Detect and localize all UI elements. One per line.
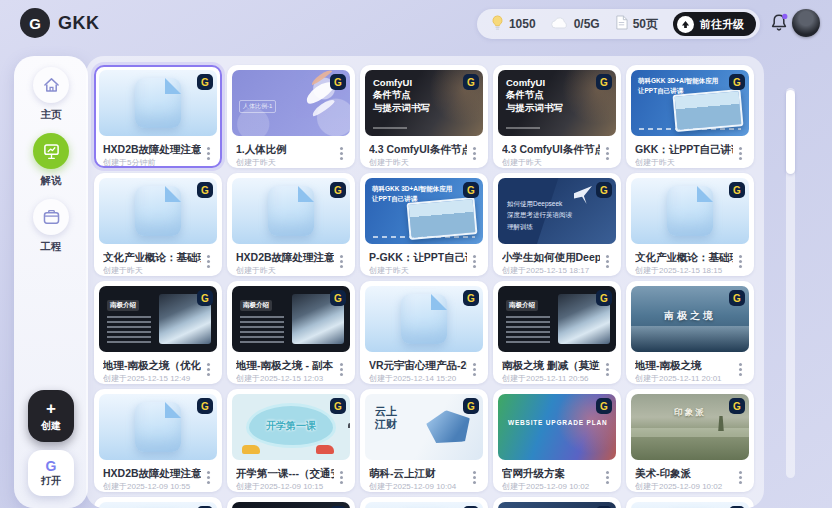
gkk-badge-icon: G: [463, 74, 479, 90]
create-button[interactable]: + 创建: [28, 390, 74, 442]
more-menu-button[interactable]: [733, 250, 747, 272]
card-meta: P-GKK：让PPT自己讲课... 创建于昨天: [369, 250, 467, 276]
more-menu-button[interactable]: [334, 142, 348, 164]
gkk-badge-icon: G: [463, 290, 479, 306]
project-card[interactable]: 如何使用Deepseek深度思考进行英语阅读理解训练 G 小学生如何使用Deep…: [493, 173, 621, 276]
more-menu-button[interactable]: [201, 466, 215, 488]
card-footer: 地理-南极之境 创建于2025-12-11 20:01: [628, 355, 752, 384]
card-title: 萌科-云上江财: [369, 466, 467, 480]
app-title: GKK: [58, 13, 100, 34]
sidebar-item-narration[interactable]: 解说: [14, 133, 88, 188]
project-card[interactable]: G: [493, 497, 621, 508]
card-footer: 4.3 ComfyUI条件节点与... 创建于昨天: [495, 139, 619, 168]
more-menu-button[interactable]: [467, 466, 481, 488]
pages-stat: 50页: [615, 15, 658, 33]
more-menu-button[interactable]: [733, 142, 747, 164]
project-card[interactable]: 萌科GKK 3D+AI智能体应用让PPT自己讲课 G P-GKK：让PPT自己讲…: [360, 173, 488, 276]
gkk-badge-icon: G: [197, 290, 213, 306]
gkk-badge-icon: G: [596, 182, 612, 198]
card-thumbnail: G: [99, 502, 217, 508]
scrollbar-thumb[interactable]: [786, 90, 795, 174]
card-thumbnail: 如何使用Deepseek深度思考进行英语阅读理解训练 G: [498, 178, 616, 244]
project-card[interactable]: 云上江财 G 萌科-云上江财 创建于2025-12-09 10:04: [360, 389, 488, 492]
card-created-time: 创建于2025-12-15 18:17: [502, 265, 600, 276]
card-meta: HXD2B故障处理注意事项 创建于5分钟前: [103, 142, 201, 168]
cloud-icon: [551, 17, 569, 32]
more-menu-button[interactable]: [600, 466, 614, 488]
card-thumbnail: 萌科GKK 3D+AI智能体应用让PPT自己讲课 G: [631, 70, 749, 136]
thumbnail-overlay-text: WEBSITE UPGRADE PLAN: [508, 419, 607, 426]
more-menu-button[interactable]: [467, 358, 481, 380]
sidebar: 主页 解说 工程 + 创建 G 打开: [14, 56, 88, 508]
card-thumbnail: 云上江财 G: [365, 394, 483, 460]
project-card[interactable]: ComfyUI条件节点与提示词书写 G 4.3 ComfyUI条件节点与... …: [493, 65, 621, 168]
project-card[interactable]: G: [626, 497, 754, 508]
project-card[interactable]: G 文化产业概论：基础理论... 创建于2025-12-15 18:15: [626, 173, 754, 276]
more-menu-button[interactable]: [467, 250, 481, 272]
project-card[interactable]: WEBSITE UPGRADE PLAN G 官网升级方案 创建于2025-12…: [493, 389, 621, 492]
project-card[interactable]: G HXD2B故障处理注意事... 创建于昨天: [227, 173, 355, 276]
more-menu-button[interactable]: [467, 142, 481, 164]
more-menu-button[interactable]: [201, 358, 215, 380]
card-meta: 1.人体比例 创建于昨天: [236, 142, 334, 168]
project-card[interactable]: 南极介绍 G 南极之境 删减（莫逆版） 创建于2025-12-11 20:56: [493, 281, 621, 384]
thumbnail-overlay-text: 萌科GKK 3D+AI智能体应用让PPT自己讲课: [372, 184, 452, 205]
gkk-badge-icon: G: [197, 398, 213, 414]
card-created-time: 创建于昨天: [369, 157, 467, 168]
card-footer: VR元宇宙心理产品-2024... 创建于2025-12-14 15:20: [362, 355, 486, 384]
more-menu-button[interactable]: [201, 142, 215, 164]
project-card[interactable]: 人体比例-1 G 1.人体比例 创建于昨天: [227, 65, 355, 168]
more-menu-button[interactable]: [600, 142, 614, 164]
card-thumbnail: WEBSITE UPGRADE PLAN G: [498, 394, 616, 460]
project-card[interactable]: 印象派 G 美术-印象派 创建于2025-12-09 10:02: [626, 389, 754, 492]
project-card[interactable]: G: [227, 497, 355, 508]
project-card[interactable]: G 文化产业概论：基础理论... 创建于昨天: [94, 173, 222, 276]
project-card[interactable]: G HXD2B故障处理注意事项 创建于2025-12-09 10:55: [94, 389, 222, 492]
user-avatar[interactable]: [792, 9, 820, 37]
project-card[interactable]: 南极介绍 G 地理-南极之境 - 副本 创建于2025-12-15 12:03: [227, 281, 355, 384]
card-title: 开学第一课---（交通安...: [236, 466, 334, 480]
more-menu-button[interactable]: [334, 358, 348, 380]
more-menu-button[interactable]: [733, 358, 747, 380]
card-title: 文化产业概论：基础理论...: [635, 250, 733, 264]
card-footer: 小学生如何使用Deepsee... 创建于2025-12-15 18:17: [495, 247, 619, 276]
card-footer: 4.3 ComfyUI条件节点与... 创建于昨天: [362, 139, 486, 168]
card-title: 官网升级方案: [502, 466, 600, 480]
card-created-time: 创建于2025-12-15 12:49: [103, 373, 201, 384]
card-title: 地理-南极之境: [635, 358, 733, 372]
project-card[interactable]: 萌科GKK 3D+AI智能体应用让PPT自己讲课 G GKK：让PPT自己讲课的…: [626, 65, 754, 168]
bulb-icon: [491, 15, 504, 34]
thumbnail-overlay-text: 南极介绍: [240, 293, 272, 311]
project-card[interactable]: ComfyUI条件节点与提示词书写 G 4.3 ComfyUI条件节点与... …: [360, 65, 488, 168]
more-menu-button[interactable]: [600, 358, 614, 380]
open-button[interactable]: G 打开: [28, 450, 74, 496]
project-card[interactable]: 南极之境 G 地理-南极之境 创建于2025-12-11 20:01: [626, 281, 754, 384]
card-thumbnail: 萌科GKK 3D+AI智能体应用让PPT自己讲课 G: [365, 178, 483, 244]
notifications-bell-icon[interactable]: [770, 13, 788, 32]
gkk-badge-icon: G: [463, 182, 479, 198]
gkk-logo-icon: G: [20, 8, 50, 38]
project-card[interactable]: G VR元宇宙心理产品-2024... 创建于2025-12-14 15:20: [360, 281, 488, 384]
card-thumbnail: 人体比例-1 G: [232, 70, 350, 136]
more-menu-button[interactable]: [201, 250, 215, 272]
card-created-time: 创建于昨天: [502, 157, 600, 168]
more-menu-button[interactable]: [334, 250, 348, 272]
upgrade-button[interactable]: 前往升级: [673, 12, 756, 36]
card-footer: 文化产业概论：基础理论... 创建于2025-12-15 18:15: [628, 247, 752, 276]
card-meta: 官网升级方案 创建于2025-12-09 10:02: [502, 466, 600, 492]
sidebar-item-home[interactable]: 主页: [14, 67, 88, 122]
more-menu-button[interactable]: [600, 250, 614, 272]
card-thumbnail: G: [631, 502, 749, 508]
gkk-badge-icon: G: [596, 74, 612, 90]
sidebar-item-projects[interactable]: 工程: [14, 199, 88, 254]
more-menu-button[interactable]: [733, 466, 747, 488]
project-card[interactable]: 开学第一课 G 开学第一课---（交通安... 创建于2025-12-09 10…: [227, 389, 355, 492]
project-card[interactable]: G: [94, 497, 222, 508]
thumbnail-overlay-text: 南极之境: [631, 309, 749, 323]
more-menu-button[interactable]: [334, 466, 348, 488]
project-card[interactable]: 南极介绍 G 地理-南极之境（优化版） 创建于2025-12-15 12:49: [94, 281, 222, 384]
project-card[interactable]: G HXD2B故障处理注意事项 创建于5分钟前: [94, 65, 222, 168]
thumbnail-overlay-text: 萌科GKK 3D+AI智能体应用让PPT自己讲课: [638, 76, 718, 97]
project-card[interactable]: G: [360, 497, 488, 508]
card-footer: 官网升级方案 创建于2025-12-09 10:02: [495, 463, 619, 492]
